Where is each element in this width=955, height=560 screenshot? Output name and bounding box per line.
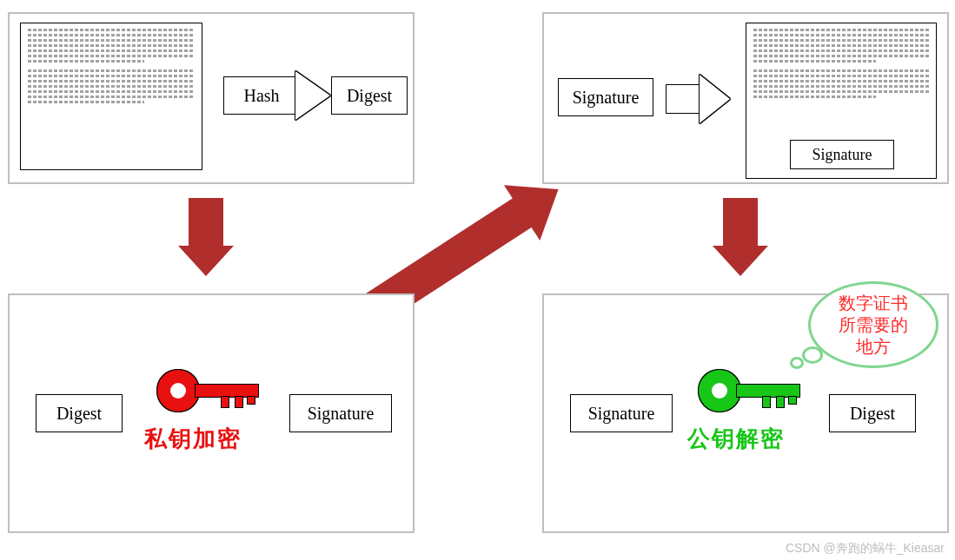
digest-label-3: Digest bbox=[850, 404, 895, 424]
panel-bottom-left: Digest 私钥加密 Signature bbox=[8, 293, 414, 533]
speech-line2: 所需要的 bbox=[839, 315, 908, 334]
speech-bubble: 数字证书 所需要的 地方 bbox=[808, 281, 938, 368]
down-arrow-right-icon bbox=[723, 198, 758, 276]
digest-box-bottom-right: Digest bbox=[829, 394, 916, 432]
signature-label: Signature bbox=[573, 88, 640, 108]
signature-box-bottom-right: Signature bbox=[570, 394, 673, 432]
watermark: CSDN @奔跑的蜗牛_Kieasar bbox=[786, 541, 945, 557]
speech-line1: 数字证书 bbox=[839, 293, 908, 313]
hash-label: Hash bbox=[243, 86, 279, 106]
signature-box-top: Signature bbox=[558, 78, 653, 116]
digest-label-2: Digest bbox=[56, 404, 102, 424]
digest-box-bottom-left: Digest bbox=[36, 394, 123, 432]
panel-top-right: Signature Signature bbox=[542, 12, 949, 184]
private-key-icon bbox=[157, 365, 262, 417]
speech-text: 数字证书 所需要的 地方 bbox=[839, 293, 908, 358]
embedded-signature-box: Signature bbox=[790, 140, 894, 169]
panel-top-left: Hash Digest bbox=[8, 12, 414, 184]
signature-label-3: Signature bbox=[588, 404, 655, 424]
public-decrypt-caption: 公钥解密 bbox=[687, 424, 785, 454]
digest-label: Digest bbox=[347, 86, 392, 106]
private-encrypt-caption: 私钥加密 bbox=[144, 424, 242, 454]
digest-box-top: Digest bbox=[331, 76, 408, 115]
attach-arrow-icon bbox=[666, 75, 730, 123]
signature-label-2: Signature bbox=[308, 404, 375, 424]
hash-box: Hash bbox=[223, 76, 300, 115]
embedded-signature-label: Signature bbox=[812, 146, 872, 164]
down-arrow-left-icon bbox=[189, 198, 223, 276]
signature-box-bottom-left: Signature bbox=[289, 394, 392, 432]
public-key-icon bbox=[699, 365, 803, 417]
signed-document: Signature bbox=[746, 23, 937, 179]
speech-line3: 地方 bbox=[856, 337, 891, 356]
plaintext-document bbox=[20, 23, 202, 170]
